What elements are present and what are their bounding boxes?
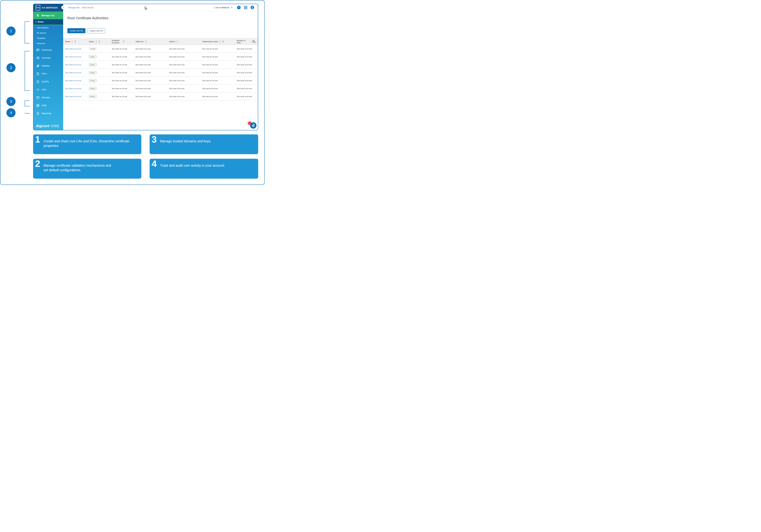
column-header-valid-to[interactable]: Valid to xyxy=(167,40,200,43)
table-row[interactable]: Xxx xxxx xx xx xxx Active Xxx xxxx xx xx… xyxy=(63,61,258,69)
sidebar-item-label: Templates xyxy=(37,37,46,39)
callout-bracket-1 xyxy=(25,22,30,43)
table-row[interactable]: Xxx xxxx xx xx xxx Active Xxx xxxx xx xx… xyxy=(63,92,258,100)
page-title: Root Certificate Authorities xyxy=(67,16,108,20)
cell-valid-from: Xxx xxxx xx xx xxx xyxy=(133,56,167,58)
sidebar-item-reporting[interactable]: Reporting xyxy=(33,109,63,117)
import-root-ca-button[interactable]: Import root CA xyxy=(88,28,105,33)
table-row[interactable]: Xxx xxxx xx xx xxx Active Xxx xxxx xx xx… xyxy=(63,85,258,92)
cell-name: Xxx xxxx xx xx xxx xyxy=(63,88,87,89)
table-row[interactable]: Xxx xxxx xx xx xxx Active Xxx xxxx xx xx… xyxy=(63,77,258,85)
callout-line-4 xyxy=(25,113,30,113)
filter-icon[interactable] xyxy=(74,41,76,43)
sidebar-item-hierarchy[interactable]: Hierarchy xyxy=(33,41,63,46)
status-badge: Active xyxy=(89,63,96,66)
ca-name-link[interactable]: Xxx xxxx xx xx xxx xyxy=(65,56,81,58)
sidebar-item-label: Ceremony xyxy=(41,49,52,51)
table-row[interactable]: Xxx xxxx xx xx xxx Active Xxx xxxx xx xx… xyxy=(63,53,258,61)
ca-name-link[interactable]: Xxx xxxx xx xx xxx xyxy=(65,48,81,50)
person-glyph xyxy=(251,6,254,9)
sidebar-item-label: CRLs xyxy=(41,73,47,75)
cell-valid-to: Xxx xxxx xx xx xxx xyxy=(167,48,200,50)
sort-icon[interactable] xyxy=(95,40,97,43)
sidebar-item-roots[interactable]: Roots xyxy=(33,19,63,25)
table-row[interactable]: Xxx xxxx xx xx xxx Active Xxx xxxx xx xx… xyxy=(63,69,258,77)
table-row[interactable]: Xxx xxxx xx xx xxx Invalid Xxx xxxx xx x… xyxy=(63,45,258,53)
sidebar-item-domains[interactable]: Domains xyxy=(33,93,63,101)
ca-name-link[interactable]: Xxx xxxx xx xx xxx xyxy=(65,64,81,66)
cell-assigned-accounts: Xxx xxxx xx xx xxx xyxy=(110,56,133,58)
apps-grid-icon[interactable] xyxy=(244,6,247,9)
ca-name-link[interactable]: Xxx xxxx xx xx xxx xyxy=(65,88,81,89)
cell-assigned-accounts: Xxx xxxx xx xx xxx xyxy=(110,72,133,74)
sort-icon[interactable] xyxy=(219,40,221,43)
account-selector[interactable]: 1.14 IoT-9069216 xyxy=(214,7,233,9)
sidebar-item-ocsps[interactable]: OCSPs xyxy=(33,78,63,86)
sidebar: CA+ CA SERVICES Manage CAs xyxy=(33,4,63,130)
sort-icon[interactable] xyxy=(71,40,73,43)
sidebar-item-label: Domains xyxy=(41,96,50,99)
ca-name-link[interactable]: Xxx xxxx xx xx xxx xyxy=(65,80,81,82)
sidebar-item-defaults[interactable]: Defaults xyxy=(33,62,63,70)
cell-name: Xxx xxxx xx xx xxx xyxy=(63,56,87,58)
cell-number-of-icas: Xxx xxxx xx xx xxx xyxy=(235,88,254,89)
sidebar-item-aias[interactable]: AIAs xyxy=(33,86,63,93)
callout-marker-3: 3 xyxy=(6,97,16,106)
cell-valid-to: Xxx xxxx xx xx xxx xyxy=(167,64,200,66)
cell-valid-from: Xxx xxxx xx xx xxx xyxy=(133,72,167,74)
cell-valid-from: Xxx xxxx xx xx xxx xyxy=(133,80,167,82)
filter-icon[interactable] xyxy=(98,41,100,43)
breadcrumb: Manage CAs / Root CAs list xyxy=(68,7,93,9)
sidebar-item-crls[interactable]: CRLs xyxy=(33,70,63,78)
help-icon[interactable]: ? xyxy=(237,6,241,9)
column-settings-icon[interactable] xyxy=(252,40,256,43)
column-header-status[interactable]: Status xyxy=(87,40,110,43)
callout-box-2: 2 Manage certificate validation mechanis… xyxy=(33,159,141,179)
cell-valid-from: Xxx xxxx xx xx xxx xyxy=(133,95,167,97)
ca-name-link[interactable]: Xxx xxxx xx xx xxx xyxy=(65,95,81,97)
topbar-controls: 1.14 IoT-9069216 ? xyxy=(214,6,254,9)
callout-box-number: 1 xyxy=(35,135,40,144)
cell-valid-from: Xxx xxxx xx xx xxx xyxy=(133,64,167,66)
sort-icon[interactable] xyxy=(176,40,178,43)
cell-number-of-icas: Xxx xxxx xx xx xxx xyxy=(235,95,254,97)
cell-status: Invalid xyxy=(87,47,110,50)
sidebar-item-hsm[interactable]: HSM xyxy=(33,101,63,109)
cell-name: Xxx xxxx xx xx xxx xyxy=(63,64,87,66)
cell-organization-name: Xxx xxxx xx xx xxx xyxy=(200,95,235,97)
ca-name-link[interactable]: Xxx xxxx xx xx xxx xyxy=(65,72,81,74)
status-badge: Invalid xyxy=(89,47,96,50)
sidebar-item-manage-cas[interactable]: Manage CAs xyxy=(33,12,63,19)
sidebar-item-intermediates[interactable]: Intermediates xyxy=(33,25,63,30)
filter-icon[interactable] xyxy=(222,41,224,43)
user-icon[interactable] xyxy=(251,6,254,9)
column-header-valid-from[interactable]: Valid from xyxy=(133,40,167,43)
sidebar-item-label: EE Search xyxy=(37,32,46,34)
callout-box-number: 2 xyxy=(35,159,40,168)
sidebar-item-ceremony[interactable]: Ceremony xyxy=(33,46,63,54)
sidebar-item-accounts[interactable]: Accounts xyxy=(33,54,63,62)
column-header-assigned-accounts[interactable]: Assigned accounts xyxy=(110,39,133,44)
sidebar-item-templates[interactable]: Templates xyxy=(33,35,63,41)
sidebar-item-label: Defaults xyxy=(41,65,50,67)
column-header-organization-name[interactable]: Organization name xyxy=(200,40,235,43)
cell-valid-to: Xxx xxxx xx xx xxx xyxy=(167,88,200,89)
callout-box-1: 1 Create and chain root CAs and ICAs. St… xyxy=(33,134,141,154)
vault-icon xyxy=(36,48,39,52)
manage-cas-section: Manage CAs Roots xyxy=(33,12,63,25)
column-header-number-of-icas[interactable]: Number of ICAs xyxy=(235,39,254,44)
sort-icon[interactable] xyxy=(145,40,147,43)
cell-number-of-icas: Xxx xxxx xx xx xxx xyxy=(235,48,254,50)
browser-icon xyxy=(36,96,39,99)
breadcrumb-link[interactable]: Manage CAs xyxy=(68,7,80,9)
filter-icon[interactable] xyxy=(123,41,125,43)
sidebar-header: CA+ CA SERVICES xyxy=(33,4,63,12)
column-header-name[interactable]: Name xyxy=(63,40,87,43)
create-root-ca-button[interactable]: Create root CA xyxy=(67,28,86,33)
sidebar-item-ee-search[interactable]: EE Search xyxy=(33,30,63,35)
cell-name: Xxx xxxx xx xx xxx xyxy=(63,95,87,97)
sidebar-collapse-button[interactable]: ‹ xyxy=(61,6,65,9)
cell-organization-name: Xxx xxxx xx xx xxx xyxy=(200,64,235,66)
topbar: Manage CAs / Root CAs list 1.14 IoT-9069… xyxy=(63,4,258,12)
cell-assigned-accounts: Xxx xxxx xx xx xxx xyxy=(110,80,133,82)
